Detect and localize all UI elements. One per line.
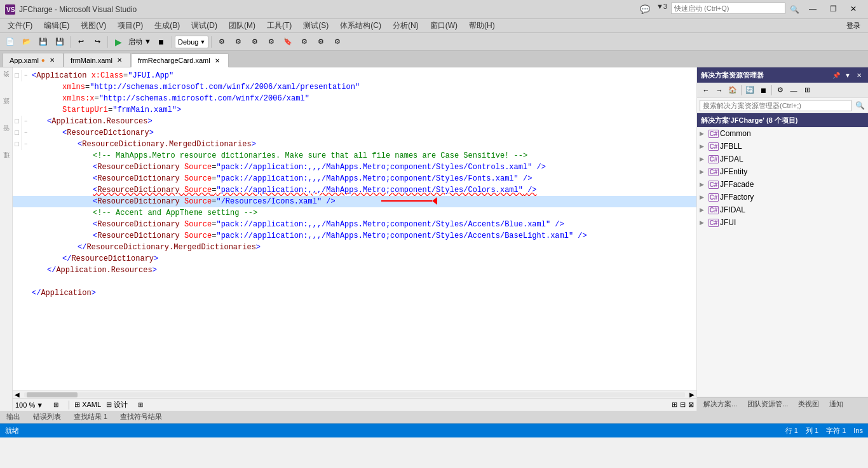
se-stop-icon[interactable]: ⏹ bbox=[757, 84, 770, 97]
gutter-1[interactable]: □ bbox=[13, 70, 22, 81]
toolbar-btn-6[interactable]: ⚙ bbox=[297, 35, 312, 49]
tree-item-jfbll[interactable]: ▶ C# JFBLL bbox=[697, 140, 868, 153]
tab-frmmain-xaml-close[interactable]: ✕ bbox=[115, 56, 124, 65]
tree-item-common[interactable]: ▶ C# Common bbox=[697, 127, 868, 140]
tree-item-jfdal[interactable]: ▶ C# JFDAL bbox=[697, 153, 868, 165]
rp-pin-icon[interactable]: 📌 bbox=[831, 70, 841, 80]
quick-launch-input[interactable] bbox=[671, 3, 785, 14]
sidebar-icon-2[interactable]: 源 bbox=[1, 97, 11, 122]
solution-search-input[interactable] bbox=[700, 100, 851, 111]
zoom-dropdown-arrow[interactable]: ▼ bbox=[36, 401, 43, 409]
menu-file[interactable]: 文件(F) bbox=[3, 19, 37, 32]
solution-search-icon[interactable]: 🔍 bbox=[854, 100, 865, 111]
menu-tools[interactable]: 工具(T) bbox=[262, 19, 297, 32]
restore-button[interactable]: ❐ bbox=[824, 3, 843, 15]
view-col-icon[interactable]: ⊟ bbox=[680, 401, 686, 409]
close-button[interactable]: ✕ bbox=[844, 3, 863, 15]
undo-btn[interactable]: ↩ bbox=[73, 35, 88, 49]
gutter-7[interactable]: □ bbox=[13, 139, 22, 150]
search-icon[interactable]: 🔍 bbox=[787, 3, 802, 17]
hscroll-left[interactable]: ◀ bbox=[13, 391, 22, 398]
view-row-icon[interactable]: ⊠ bbox=[688, 401, 694, 409]
se-grid-icon[interactable]: ⊞ bbox=[801, 84, 813, 97]
toolbar-btn-4[interactable]: ⚙ bbox=[264, 35, 279, 49]
tab-app-xaml[interactable]: App.xaml ● ✕ bbox=[3, 53, 64, 67]
tree-item-jffacade[interactable]: ▶ C# JFFacade bbox=[697, 178, 868, 191]
new-file-btn[interactable]: 📄 bbox=[3, 35, 18, 49]
gutter-6[interactable]: □ bbox=[13, 127, 22, 139]
rp-tab-solution[interactable]: 解决方案... bbox=[700, 398, 741, 410]
stop-btn[interactable]: ⏹ bbox=[154, 35, 169, 49]
debug-dropdown[interactable]: Debug ▼ bbox=[175, 36, 208, 48]
code-editor[interactable]: □ − <Application x:Class="JFUI.App" xmln… bbox=[13, 67, 696, 411]
code-content[interactable]: □ − <Application x:Class="JFUI.App" xmln… bbox=[13, 67, 696, 390]
se-settings-icon[interactable]: ⚙ bbox=[774, 84, 787, 97]
save-btn[interactable]: 💾 bbox=[36, 35, 51, 49]
menu-team[interactable]: 团队(M) bbox=[224, 19, 261, 32]
sidebar-icon-4[interactable]: 理 bbox=[1, 150, 11, 176]
sidebar-icon-1[interactable]: 资 bbox=[1, 70, 11, 95]
tab-app-xaml-close[interactable]: ✕ bbox=[48, 56, 57, 65]
zoom-control[interactable]: 100 % ▼ bbox=[15, 401, 43, 409]
view-split-btn[interactable]: ⊞ bbox=[133, 398, 148, 411]
collapse-7[interactable]: − bbox=[24, 139, 32, 150]
menu-help[interactable]: 帮助(H) bbox=[464, 19, 500, 32]
tree-item-jfentity[interactable]: ▶ C# JFEntity bbox=[697, 165, 868, 178]
menu-project[interactable]: 项目(P) bbox=[112, 19, 148, 32]
editor-hscroll[interactable]: ◀ ▶ bbox=[13, 390, 696, 398]
hscroll-track[interactable] bbox=[24, 392, 685, 397]
collapse-5[interactable]: − bbox=[24, 116, 32, 127]
toolbar-btn-3[interactable]: ⚙ bbox=[247, 35, 262, 49]
tab-frmrechargecard-xaml-close[interactable]: ✕ bbox=[213, 56, 222, 65]
toolbar-btn-5[interactable]: 🔖 bbox=[280, 35, 295, 49]
output-tab-errors[interactable]: 错误列表 bbox=[29, 411, 65, 422]
tree-item-jffactory[interactable]: ▶ C# JFFactory bbox=[697, 191, 868, 203]
collapse-6[interactable]: − bbox=[24, 127, 32, 139]
output-tab-find-symbol[interactable]: 查找符号结果 bbox=[116, 411, 166, 422]
collapse-1[interactable]: − bbox=[24, 70, 32, 81]
toolbar-btn-8[interactable]: ⚙ bbox=[330, 35, 345, 49]
menu-view[interactable]: 视图(V) bbox=[76, 19, 111, 32]
tree-item-jfui[interactable]: ▶ C# JFUI bbox=[697, 216, 868, 229]
toolbar-btn-7[interactable]: ⚙ bbox=[313, 35, 329, 49]
hscroll-right[interactable]: ▶ bbox=[688, 391, 696, 398]
menu-test[interactable]: 测试(S) bbox=[298, 19, 334, 32]
toolbar-btn-2[interactable]: ⚙ bbox=[231, 35, 246, 49]
sidebar-icon-3[interactable]: 管 bbox=[1, 123, 11, 149]
run-btn[interactable]: ▶ bbox=[111, 35, 126, 49]
se-forward-icon[interactable]: → bbox=[713, 84, 726, 97]
tab-frmmain-xaml[interactable]: frmMain.xaml ✕ bbox=[64, 53, 131, 67]
toolbar-btn-1[interactable]: ⚙ bbox=[214, 35, 229, 49]
menu-debug[interactable]: 调试(D) bbox=[186, 19, 222, 32]
output-tab-output[interactable]: 输出 bbox=[3, 411, 24, 422]
rp-tab-team[interactable]: 团队资源管... bbox=[743, 398, 792, 410]
zoom-reset-btn[interactable]: ⊞ bbox=[48, 398, 64, 411]
hscroll-thumb[interactable] bbox=[27, 392, 78, 397]
gutter-5[interactable]: □ bbox=[13, 116, 22, 127]
menu-build[interactable]: 生成(B) bbox=[149, 19, 185, 32]
se-dash-icon[interactable]: — bbox=[787, 84, 800, 97]
rp-dropdown-arrow[interactable]: ▼ bbox=[843, 70, 853, 80]
menu-edit[interactable]: 编辑(E) bbox=[39, 19, 74, 32]
se-refresh-icon[interactable]: 🔄 bbox=[743, 84, 756, 97]
menu-architecture[interactable]: 体系结构(C) bbox=[335, 19, 386, 32]
minimize-button[interactable]: — bbox=[803, 3, 822, 15]
save-all-btn[interactable]: 💾 bbox=[52, 35, 67, 49]
tab-frmrechargecard-xaml[interactable]: frmRechargeCard.xaml ✕ bbox=[131, 53, 229, 67]
notification-icon[interactable]: 💬 bbox=[637, 3, 653, 17]
rp-tab-classview[interactable]: 类视图 bbox=[794, 398, 823, 410]
se-back-icon[interactable]: ← bbox=[700, 84, 712, 97]
menu-analyze[interactable]: 分析(N) bbox=[388, 19, 424, 32]
menu-window[interactable]: 窗口(W) bbox=[425, 19, 463, 32]
rp-tab-notifications[interactable]: 通知 bbox=[825, 398, 847, 410]
view-grid-icon[interactable]: ⊞ bbox=[672, 401, 677, 409]
view-xaml-btn[interactable]: ⊞ XAML bbox=[74, 401, 101, 409]
redo-btn[interactable]: ↪ bbox=[90, 35, 105, 49]
rp-close-btn[interactable]: ✕ bbox=[854, 70, 864, 80]
tree-item-jfidal[interactable]: ▶ C# JFIDAL bbox=[697, 203, 868, 216]
open-btn[interactable]: 📂 bbox=[19, 35, 34, 49]
view-design-btn[interactable]: ⊞ 设计 bbox=[106, 400, 128, 410]
se-home-icon[interactable]: 🏠 bbox=[726, 84, 739, 97]
login-label[interactable]: 登录 bbox=[841, 21, 865, 31]
output-tab-find1[interactable]: 查找结果 1 bbox=[70, 411, 111, 422]
